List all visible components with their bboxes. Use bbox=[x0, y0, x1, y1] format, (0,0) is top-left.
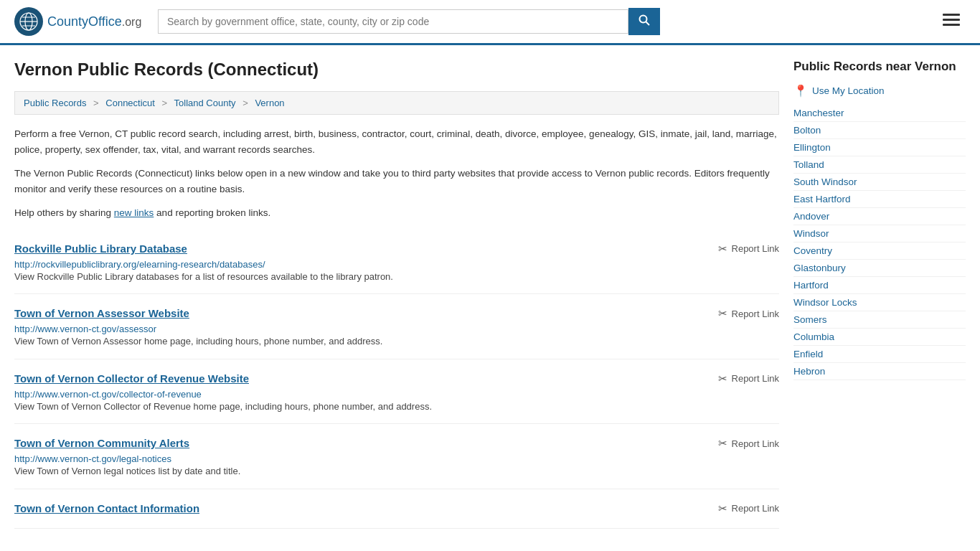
record-url-2[interactable]: http://www.vernon-ct.gov/collector-of-re… bbox=[14, 389, 202, 400]
sidebar: Public Records near Vernon 📍 Use My Loca… bbox=[793, 60, 966, 529]
sidebar-link-columbia[interactable]: Columbia bbox=[793, 329, 966, 346]
record-item: Town of Vernon Assessor Website ✂ Report… bbox=[14, 294, 779, 359]
report-icon-0: ✂ bbox=[718, 242, 727, 255]
report-label-4: Report Link bbox=[732, 503, 779, 514]
search-input[interactable] bbox=[158, 9, 628, 34]
report-icon-1: ✂ bbox=[718, 307, 727, 320]
page-title: Vernon Public Records (Connecticut) bbox=[14, 60, 779, 80]
sidebar-link-hebron[interactable]: Hebron bbox=[793, 363, 966, 380]
report-link-1[interactable]: ✂ Report Link bbox=[718, 307, 779, 320]
breadcrumb-public-records[interactable]: Public Records bbox=[24, 98, 86, 108]
report-label-3: Report Link bbox=[732, 438, 779, 449]
record-url-3[interactable]: http://www.vernon-ct.gov/legal-notices bbox=[14, 453, 171, 464]
new-links-link[interactable]: new links bbox=[114, 207, 154, 218]
report-label-0: Report Link bbox=[732, 243, 779, 254]
breadcrumb-vernon[interactable]: Vernon bbox=[255, 98, 284, 108]
sidebar-link-windsor-locks[interactable]: Windsor Locks bbox=[793, 294, 966, 311]
sidebar-link-manchester[interactable]: Manchester bbox=[793, 105, 966, 122]
record-header: Town of Vernon Contact Information ✂ Rep… bbox=[14, 502, 779, 515]
record-title-3[interactable]: Town of Vernon Community Alerts bbox=[14, 437, 189, 449]
record-title-2[interactable]: Town of Vernon Collector of Revenue Webs… bbox=[14, 372, 249, 385]
logo-text: CountyOffice.org bbox=[47, 14, 141, 29]
record-title-0[interactable]: Rockville Public Library Database bbox=[14, 242, 187, 255]
description-1: Perform a free Vernon, CT public record … bbox=[14, 126, 779, 157]
report-icon-4: ✂ bbox=[718, 502, 727, 515]
sidebar-link-glastonbury[interactable]: Glastonbury bbox=[793, 260, 966, 277]
record-item: Rockville Public Library Database ✂ Repo… bbox=[14, 230, 779, 295]
hamburger-menu-button[interactable] bbox=[937, 9, 966, 34]
sidebar-link-bolton[interactable]: Bolton bbox=[793, 122, 966, 139]
logo-county: CountyOffice bbox=[47, 14, 122, 29]
record-desc-1: View Town of Vernon Assessor home page, … bbox=[14, 334, 779, 349]
breadcrumb-connecticut[interactable]: Connecticut bbox=[105, 98, 155, 108]
breadcrumb-sep-1: > bbox=[93, 98, 99, 108]
record-url-1[interactable]: http://www.vernon-ct.gov/assessor bbox=[14, 324, 156, 334]
sidebar-link-hartford[interactable]: Hartford bbox=[793, 277, 966, 294]
description-3-post: and reporting broken links. bbox=[154, 207, 270, 218]
sidebar-link-somers[interactable]: Somers bbox=[793, 311, 966, 329]
use-location-label: Use My Location bbox=[812, 85, 885, 96]
record-header: Rockville Public Library Database ✂ Repo… bbox=[14, 242, 779, 255]
sidebar-link-windsor[interactable]: Windsor bbox=[793, 225, 966, 242]
logo-area: CountyOffice.org bbox=[14, 7, 143, 36]
record-item: Town of Vernon Collector of Revenue Webs… bbox=[14, 359, 779, 425]
report-link-4[interactable]: ✂ Report Link bbox=[718, 502, 779, 515]
record-item: Town of Vernon Contact Information ✂ Rep… bbox=[14, 489, 779, 529]
sidebar-link-enfield[interactable]: Enfield bbox=[793, 346, 966, 363]
record-header: Town of Vernon Assessor Website ✂ Report… bbox=[14, 307, 779, 320]
svg-rect-8 bbox=[943, 14, 960, 16]
svg-point-6 bbox=[640, 16, 647, 23]
breadcrumb-tolland-county[interactable]: Tolland County bbox=[174, 98, 236, 108]
breadcrumb-sep-2: > bbox=[162, 98, 168, 108]
breadcrumb: Public Records > Connecticut > Tolland C… bbox=[14, 91, 779, 115]
site-header: CountyOffice.org bbox=[0, 0, 980, 45]
description-2: The Vernon Public Records (Connecticut) … bbox=[14, 166, 779, 197]
description-3-pre: Help others by sharing bbox=[14, 207, 114, 218]
breadcrumb-sep-3: > bbox=[242, 98, 248, 108]
record-title-1[interactable]: Town of Vernon Assessor Website bbox=[14, 307, 189, 319]
description-3: Help others by sharing new links and rep… bbox=[14, 205, 779, 221]
record-header: Town of Vernon Collector of Revenue Webs… bbox=[14, 372, 779, 385]
content-area: Vernon Public Records (Connecticut) Publ… bbox=[14, 60, 779, 529]
record-desc-2: View Town of Vernon Collector of Revenue… bbox=[14, 400, 779, 414]
search-button[interactable] bbox=[628, 8, 660, 35]
sidebar-link-andover[interactable]: Andover bbox=[793, 208, 966, 225]
sidebar-link-south-windsor[interactable]: South Windsor bbox=[793, 174, 966, 191]
record-header: Town of Vernon Community Alerts ✂ Report… bbox=[14, 437, 779, 450]
report-label-2: Report Link bbox=[732, 373, 779, 384]
use-my-location-button[interactable]: 📍 Use My Location bbox=[793, 84, 966, 98]
report-icon-2: ✂ bbox=[718, 372, 727, 385]
report-link-2[interactable]: ✂ Report Link bbox=[718, 372, 779, 385]
svg-line-7 bbox=[646, 22, 650, 26]
record-url-0[interactable]: http://rockvillepubliclibrary.org/elearn… bbox=[14, 259, 265, 270]
sidebar-link-ellington[interactable]: Ellington bbox=[793, 139, 966, 156]
main-container: Vernon Public Records (Connecticut) Publ… bbox=[0, 45, 980, 543]
record-desc-0: View Rockville Public Library databases … bbox=[14, 270, 779, 284]
sidebar-links-list: ManchesterBoltonEllingtonTollandSouth Wi… bbox=[793, 105, 966, 380]
report-icon-3: ✂ bbox=[718, 437, 727, 450]
report-link-3[interactable]: ✂ Report Link bbox=[718, 437, 779, 450]
record-item: Town of Vernon Community Alerts ✂ Report… bbox=[14, 424, 779, 489]
record-title-4[interactable]: Town of Vernon Contact Information bbox=[14, 502, 199, 514]
search-area bbox=[158, 8, 660, 35]
logo-icon bbox=[14, 7, 43, 36]
sidebar-link-tolland[interactable]: Tolland bbox=[793, 156, 966, 174]
sidebar-link-east-hartford[interactable]: East Hartford bbox=[793, 191, 966, 208]
report-label-1: Report Link bbox=[732, 309, 779, 319]
record-desc-3: View Town of Vernon legal notices list b… bbox=[14, 464, 779, 479]
sidebar-title: Public Records near Vernon bbox=[793, 60, 966, 74]
sidebar-link-coventry[interactable]: Coventry bbox=[793, 242, 966, 260]
svg-rect-10 bbox=[943, 24, 960, 26]
svg-rect-9 bbox=[943, 19, 960, 21]
location-pin-icon: 📍 bbox=[793, 84, 808, 98]
logo-org: .org bbox=[122, 16, 142, 28]
records-list: Rockville Public Library Database ✂ Repo… bbox=[14, 230, 779, 529]
report-link-0[interactable]: ✂ Report Link bbox=[718, 242, 779, 255]
